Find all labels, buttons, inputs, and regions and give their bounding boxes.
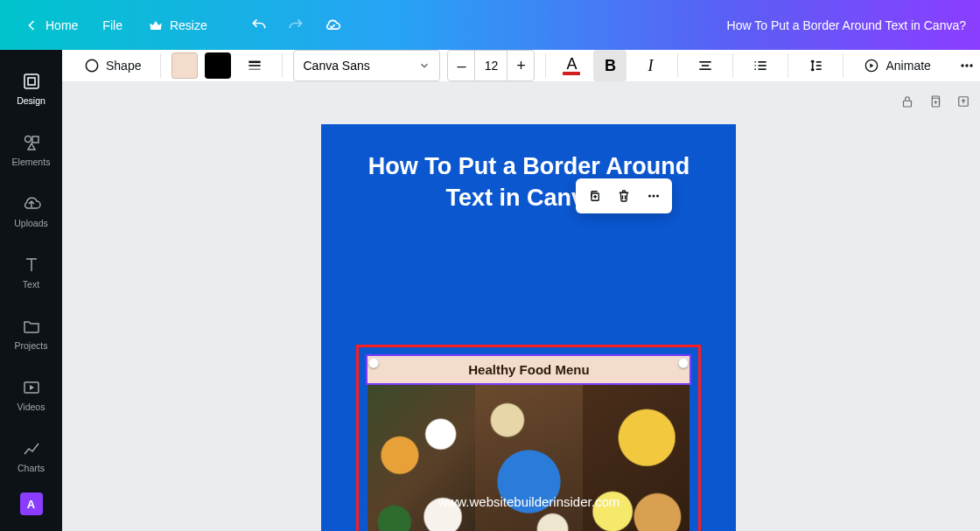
border-color-swatch[interactable] (205, 52, 231, 79)
file-button[interactable]: File (94, 11, 131, 39)
list-icon (752, 57, 769, 74)
nav-text[interactable]: Text (0, 242, 62, 302)
nav-elements[interactable]: Elements (0, 120, 62, 179)
duplicate-button[interactable] (583, 185, 606, 207)
separator (788, 53, 788, 78)
canvas-area: Shape Canva Sans – 12 + A (62, 50, 980, 531)
floating-context-menu (576, 178, 672, 213)
border-style-button[interactable] (238, 50, 271, 81)
top-bar-left: Home File Resize (14, 10, 347, 41)
text-color-letter: A (566, 56, 577, 72)
undo-button[interactable] (244, 10, 274, 40)
nav-videos[interactable]: Videos (0, 365, 62, 424)
nav-apps-badge[interactable]: A (20, 493, 43, 515)
separator (677, 53, 678, 78)
nav-design[interactable]: Design (0, 59, 62, 118)
more-button[interactable] (950, 50, 980, 81)
align-icon (696, 57, 714, 74)
spacing-button[interactable] (799, 50, 832, 81)
delete-button[interactable] (612, 185, 635, 207)
italic-letter: I (648, 57, 653, 75)
animate-label: Animate (886, 59, 930, 73)
svg-point-30 (653, 195, 655, 198)
export-icon[interactable] (956, 94, 971, 109)
design-page[interactable]: How To Put a Border Around Text in Canva… (321, 124, 736, 531)
svg-point-22 (961, 64, 963, 66)
folder-icon (21, 316, 42, 337)
nav-label: Charts (18, 463, 45, 473)
canvas-stage[interactable]: How To Put a Border Around Text in Canva… (62, 108, 980, 531)
bold-button[interactable]: B (593, 50, 626, 81)
separator (732, 53, 733, 78)
cloud-save-button[interactable] (318, 10, 347, 40)
more-icon (958, 57, 976, 74)
elements-icon (21, 132, 42, 153)
video-icon (21, 377, 42, 398)
list-button[interactable] (744, 50, 777, 81)
nav-label: Text (23, 279, 39, 290)
redo-button[interactable] (281, 10, 311, 40)
side-nav: Design Elements Uploads Text Projects Vi… (0, 50, 62, 531)
nav-projects[interactable]: Projects (0, 304, 62, 363)
svg-point-24 (970, 64, 972, 66)
home-button[interactable]: Home (14, 10, 87, 41)
svg-point-29 (648, 195, 651, 198)
svg-point-23 (965, 64, 968, 66)
text-color-button[interactable]: A (556, 51, 586, 80)
context-more-button[interactable] (642, 185, 665, 207)
svg-rect-3 (32, 136, 38, 143)
crown-icon (147, 17, 164, 34)
resize-button[interactable]: Resize (138, 10, 216, 41)
nav-label: Uploads (14, 218, 48, 228)
nav-charts[interactable]: Charts (0, 426, 62, 486)
svg-point-14 (755, 65, 757, 66)
animate-button[interactable]: Animate (854, 50, 939, 81)
chevron-down-icon (418, 59, 430, 72)
nav-label: Elements (12, 157, 51, 167)
shape-icon (83, 57, 101, 74)
font-size-increase[interactable]: + (508, 51, 534, 80)
chevron-left-icon (23, 17, 40, 34)
resize-label: Resize (170, 18, 207, 32)
fill-color-swatch[interactable] (172, 52, 198, 79)
document-title[interactable]: How To Put a Border Around Text in Canva… (727, 18, 966, 32)
svg-rect-1 (28, 78, 35, 85)
font-size-decrease[interactable]: – (448, 51, 474, 80)
selected-text-box[interactable]: Healthy Food Menu (366, 354, 691, 385)
nav-uploads[interactable]: Uploads (0, 181, 62, 241)
align-button[interactable] (689, 50, 722, 81)
home-label: Home (46, 18, 78, 32)
chart-icon (21, 438, 42, 459)
svg-point-5 (86, 59, 97, 71)
more-icon (646, 188, 662, 204)
font-size-stepper: – 12 + (447, 50, 535, 81)
bold-letter: B (605, 57, 616, 75)
svg-rect-0 (24, 74, 38, 88)
font-family-select[interactable]: Canva Sans (293, 50, 440, 81)
design-footer-url[interactable]: www.websitebuilderinsider.com (438, 494, 620, 509)
nav-label: Projects (15, 340, 48, 351)
svg-point-2 (24, 136, 31, 143)
italic-button[interactable]: I (634, 50, 667, 81)
shape-label: Shape (106, 59, 141, 73)
cloud-check-icon (324, 17, 341, 34)
text-toolbar: Shape Canva Sans – 12 + A (62, 50, 980, 82)
design-icon (21, 71, 42, 92)
animate-icon (863, 57, 880, 74)
svg-rect-25 (903, 101, 911, 107)
trash-icon (616, 188, 632, 204)
font-size-value[interactable]: 12 (474, 51, 508, 80)
nav-label: Design (17, 95, 46, 106)
redo-icon (287, 17, 304, 34)
shape-button[interactable]: Shape (74, 50, 150, 81)
canvas-utilities (62, 82, 980, 108)
file-label: File (102, 18, 122, 32)
lock-icon[interactable] (900, 94, 915, 109)
svg-point-12 (755, 61, 757, 63)
separator (160, 53, 161, 78)
duplicate-icon (586, 188, 602, 204)
duplicate-page-icon[interactable] (928, 94, 943, 109)
text-icon (21, 255, 42, 276)
separator (843, 53, 844, 78)
undo-icon (250, 17, 268, 34)
